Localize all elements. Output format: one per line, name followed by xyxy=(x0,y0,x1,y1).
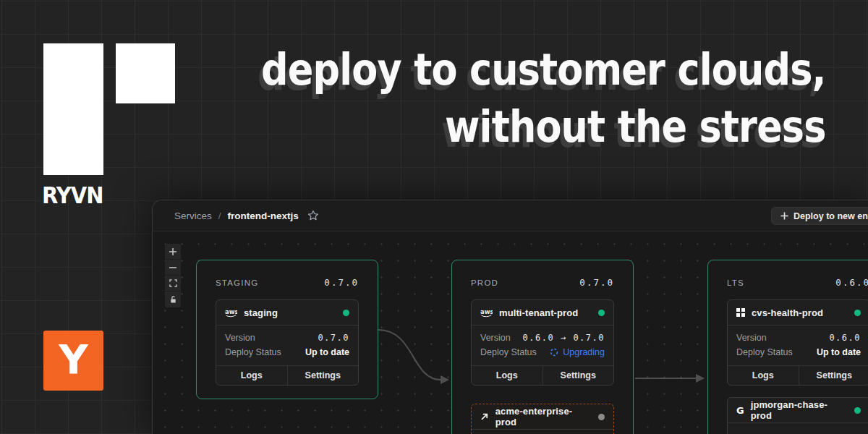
node-card-cvs-health-prod[interactable]: cvs-health-prod Version 0.6.0 Deploy Sta… xyxy=(727,299,868,386)
svg-text:aws: aws xyxy=(225,308,237,315)
node-card-staging[interactable]: aws staging Version 0.7.0 Deploy Status xyxy=(216,299,359,386)
env-version: 0.6.0 xyxy=(835,277,868,288)
dashboard-panel: Services / frontend-nextjs Deploy to new… xyxy=(152,200,868,434)
env-title-row: LTS 0.6.0 xyxy=(727,277,868,288)
environment-card-prod[interactable]: PROD 0.7.0 aws multi-tenant-prod xyxy=(451,260,634,434)
headline-line1: deploy to customer clouds, xyxy=(261,41,826,98)
logs-button[interactable]: Logs xyxy=(216,366,287,385)
logs-button[interactable]: Logs xyxy=(728,366,799,385)
canvas-controls xyxy=(165,244,181,307)
ryvn-logo-mark-tall xyxy=(43,43,103,175)
flow-canvas[interactable]: STAGING 0.7.0 aws staging Versio xyxy=(153,231,868,434)
env-version: 0.7.0 xyxy=(579,277,614,288)
deploy-status-label: Deploy Status xyxy=(480,347,537,357)
node-header: cvs-health-prod xyxy=(728,300,868,325)
version-value: 0.7.0 xyxy=(318,333,349,343)
deploy-status-value: Upgrading xyxy=(550,347,605,357)
breadcrumb-current-service: frontend-nextjs xyxy=(228,210,299,221)
status-dot-green xyxy=(343,310,349,316)
page: RYVN Y deploy to customer clouds, withou… xyxy=(0,0,868,434)
node-details: Version 0.6.0 Deploy Status Up to date xyxy=(728,325,868,365)
version-value: 0.6.0 xyxy=(829,333,861,343)
deploy-to-new-environment-button[interactable]: Deploy to new environment xyxy=(771,207,868,225)
breadcrumb-separator: / xyxy=(218,210,221,221)
env-version: 0.7.0 xyxy=(324,277,359,288)
node-details: Version 0.7.0 Deploy Status Up to date xyxy=(216,325,358,365)
deploy-status-label: Deploy Status xyxy=(736,347,793,357)
upgrading-text: Upgrading xyxy=(563,347,605,357)
env-name: STAGING xyxy=(216,278,258,287)
zoom-out-button[interactable] xyxy=(165,260,181,276)
deploy-status-value: Up to date xyxy=(817,347,861,357)
y-combinator-letter: Y xyxy=(59,336,88,383)
deploy-status-label: Deploy Status xyxy=(225,347,281,357)
favorite-star-icon[interactable] xyxy=(307,210,319,221)
node-footer: Logs Settings xyxy=(216,365,358,385)
status-dot-green xyxy=(854,407,861,414)
g-icon: G xyxy=(736,405,744,416)
svg-text:aws: aws xyxy=(480,308,493,315)
node-header: aws staging xyxy=(216,300,358,325)
node-name: acme-enterprise-prod xyxy=(495,406,592,427)
settings-button[interactable]: Settings xyxy=(799,366,868,385)
aws-icon: aws xyxy=(480,308,493,318)
status-dot-gray xyxy=(598,414,605,420)
version-label: Version xyxy=(480,333,511,343)
node-name: multi-tenant-prod xyxy=(499,307,578,318)
node-header: aws multi-tenant-prod xyxy=(472,300,613,325)
node-card-jpmorgan-chase-prod[interactable]: G jpmorgan-chase-prod xyxy=(727,397,868,434)
node-details xyxy=(472,429,613,434)
node-name: staging xyxy=(244,307,278,318)
external-arrow-icon xyxy=(480,412,489,421)
zoom-in-button[interactable] xyxy=(165,244,181,260)
fit-view-button[interactable] xyxy=(165,276,181,292)
version-label: Version xyxy=(225,333,255,343)
node-card-multi-tenant-prod[interactable]: aws multi-tenant-prod Version 0.6.0 → 0.… xyxy=(471,299,614,386)
logs-button[interactable]: Logs xyxy=(472,366,542,385)
version-label: Version xyxy=(736,333,767,343)
version-value: 0.6.0 → 0.7.0 xyxy=(523,333,605,343)
node-details xyxy=(728,422,868,434)
node-header: acme-enterprise-prod xyxy=(472,404,613,429)
grid-icon xyxy=(736,308,745,317)
status-dot-green xyxy=(598,310,605,316)
env-title-row: PROD 0.7.0 xyxy=(471,277,614,288)
lock-button[interactable] xyxy=(165,292,181,307)
headline-line2: without the stress xyxy=(261,98,826,155)
aws-icon: aws xyxy=(225,308,237,318)
minus-icon xyxy=(169,263,177,272)
ryvn-wordmark: RYVN xyxy=(42,182,107,209)
headline: deploy to customer clouds, without the s… xyxy=(261,41,826,156)
node-name: jpmorgan-chase-prod xyxy=(751,399,848,421)
lock-icon xyxy=(169,295,177,304)
node-footer: Logs Settings xyxy=(728,365,868,385)
breadcrumb-services[interactable]: Services xyxy=(174,210,212,221)
deploy-status-value: Up to date xyxy=(305,347,349,357)
node-card-acme-enterprise-prod[interactable]: acme-enterprise-prod xyxy=(471,404,614,434)
plus-icon xyxy=(169,247,177,256)
ryvn-logo-mark-square xyxy=(116,43,175,103)
node-footer: Logs Settings xyxy=(472,365,613,385)
panel-header: Services / frontend-nextjs Deploy to new… xyxy=(153,200,868,231)
plus-icon xyxy=(780,212,788,220)
spinner-icon xyxy=(550,348,558,357)
environment-card-lts[interactable]: LTS 0.6.0 cvs-health-prod Versi xyxy=(707,260,868,434)
env-title-row: STAGING 0.7.0 xyxy=(216,277,359,288)
deploy-button-label: Deploy to new environment xyxy=(793,211,868,221)
environment-card-staging[interactable]: STAGING 0.7.0 aws staging Versio xyxy=(196,260,378,399)
node-name: cvs-health-prod xyxy=(752,307,823,318)
env-name: PROD xyxy=(471,278,498,287)
breadcrumb: Services / frontend-nextjs xyxy=(174,210,319,221)
y-combinator-badge: Y xyxy=(43,331,103,391)
env-name: LTS xyxy=(727,278,744,287)
node-details: Version 0.6.0 → 0.7.0 Deploy Status Upgr… xyxy=(472,325,613,365)
settings-button[interactable]: Settings xyxy=(542,366,614,385)
status-dot-green xyxy=(854,310,861,316)
settings-button[interactable]: Settings xyxy=(287,366,359,385)
fit-view-icon xyxy=(169,279,177,287)
node-header: G jpmorgan-chase-prod xyxy=(728,398,868,422)
